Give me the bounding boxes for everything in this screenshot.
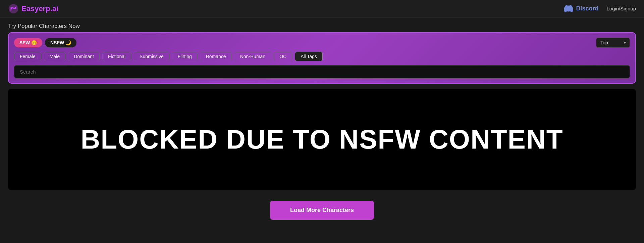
filter-tags-row: Female Male Dominant Fictional Submissiv… bbox=[14, 52, 630, 61]
content-area: BLOCKED DUE TO NSFW CONTENT bbox=[8, 89, 636, 190]
discord-link[interactable]: Discord bbox=[564, 4, 598, 13]
tag-female[interactable]: Female bbox=[14, 52, 41, 61]
tag-flirting[interactable]: Flirting bbox=[172, 52, 198, 61]
logo-main: Easyerp bbox=[21, 4, 50, 13]
tag-dominant[interactable]: Dominant bbox=[68, 52, 100, 61]
tag-romance[interactable]: Romance bbox=[200, 52, 232, 61]
logo: Easyerp.ai bbox=[8, 3, 58, 14]
tag-male[interactable]: Male bbox=[44, 52, 65, 61]
logo-icon bbox=[8, 3, 19, 14]
sort-select[interactable]: Top New Trending bbox=[596, 38, 630, 48]
svg-point-0 bbox=[9, 4, 18, 13]
tag-non-human[interactable]: Non-Human bbox=[234, 52, 271, 61]
tag-submissive[interactable]: Submissive bbox=[134, 52, 169, 61]
filter-container: SFW 😊 NSFW 🌙 Top New Trending Female Mal… bbox=[8, 32, 636, 84]
svg-point-2 bbox=[14, 7, 16, 9]
sort-wrapper: Top New Trending bbox=[596, 38, 630, 48]
login-signup-link[interactable]: Login/Signup bbox=[606, 6, 636, 11]
tag-all-tags[interactable]: All Tags bbox=[295, 52, 323, 61]
tag-oc[interactable]: OC bbox=[274, 52, 292, 61]
nsfw-button[interactable]: NSFW 🌙 bbox=[45, 38, 76, 47]
sfw-button[interactable]: SFW 😊 bbox=[14, 38, 42, 47]
nav-right: Discord Login/Signup bbox=[564, 4, 636, 13]
load-more-button[interactable]: Load More Characters bbox=[270, 201, 374, 220]
discord-icon bbox=[564, 4, 573, 13]
logo-accent: .ai bbox=[50, 4, 58, 13]
filter-mode-buttons: SFW 😊 NSFW 🌙 bbox=[14, 38, 76, 47]
svg-point-1 bbox=[10, 7, 12, 9]
navbar: Easyerp.ai Discord Login/Signup bbox=[0, 0, 644, 17]
filter-top-row: SFW 😊 NSFW 🌙 Top New Trending bbox=[14, 38, 630, 48]
page-title: Try Popular Characters Now bbox=[0, 17, 644, 32]
blocked-message: BLOCKED DUE TO NSFW CONTENT bbox=[80, 124, 563, 155]
tag-fictional[interactable]: Fictional bbox=[102, 52, 131, 61]
logo-text: Easyerp.ai bbox=[21, 4, 58, 13]
search-input[interactable] bbox=[14, 65, 630, 78]
discord-label: Discord bbox=[576, 5, 598, 12]
load-more-area: Load More Characters bbox=[0, 201, 644, 220]
